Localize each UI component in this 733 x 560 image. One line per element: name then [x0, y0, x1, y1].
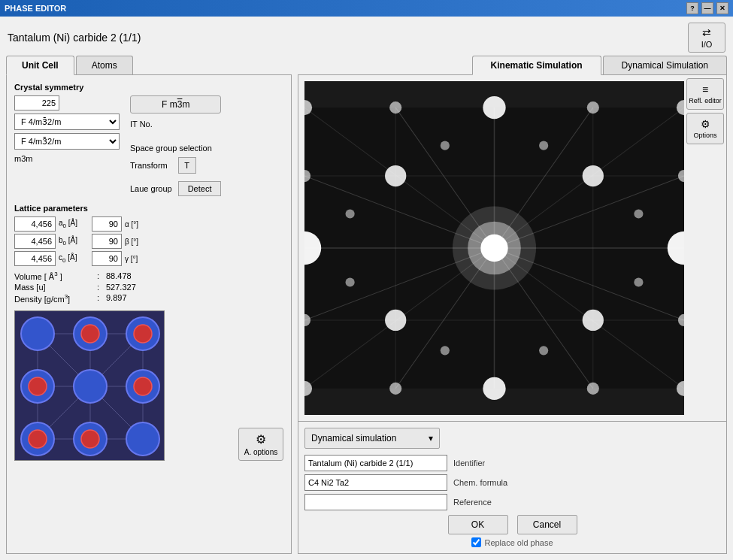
- svg-point-72: [441, 141, 450, 150]
- chem-formula-input[interactable]: [304, 474, 447, 491]
- a-options-icon: ⚙: [256, 432, 266, 446]
- svg-point-54: [385, 310, 406, 331]
- tab-dynamical[interactable]: Dynamical Simulation: [603, 56, 727, 74]
- svg-point-52: [385, 165, 406, 186]
- lat-a-input[interactable]: [14, 216, 56, 232]
- mass-label: Mass [u]: [14, 283, 97, 292]
- dropdown-chevron-icon: ▾: [429, 433, 433, 443]
- detect-button[interactable]: Detect: [178, 181, 222, 196]
- lat-gamma-label: γ [°]: [125, 255, 146, 263]
- identifier-row: Identifier: [304, 455, 513, 471]
- window-title-row: Tantalum (Ni) carbide 2 (1/1) ⇄ I/O: [0, 17, 733, 56]
- tab-atoms[interactable]: Atoms: [76, 56, 133, 74]
- svg-point-67: [587, 383, 599, 395]
- tab-kinematic[interactable]: Kinematic Simulation: [472, 56, 601, 75]
- lat-c-input[interactable]: [14, 251, 56, 266]
- svg-point-51: [483, 377, 505, 400]
- chem-formula-row: Chem. formula: [304, 474, 513, 491]
- svg-point-22: [29, 377, 47, 395]
- svg-point-69: [634, 209, 643, 218]
- lat-a-label: a0 [Å]: [59, 219, 89, 229]
- svg-point-26: [29, 430, 47, 448]
- sim-image: [304, 81, 684, 415]
- sym-button[interactable]: F m3m: [130, 95, 221, 114]
- reference-row: Reference: [304, 494, 513, 510]
- close-button[interactable]: ✕: [716, 2, 728, 14]
- options-button[interactable]: ⚙ Options: [686, 113, 724, 144]
- lat-gamma-input[interactable]: [92, 251, 122, 266]
- content-area: Unit Cell Atoms Crystal symmetry F 4/m3̄…: [0, 56, 733, 560]
- svg-point-75: [539, 346, 548, 355]
- app-title: PHASE EDITOR: [5, 4, 66, 13]
- right-panel: Kinematic Simulation Dynamical Simulatio…: [298, 56, 727, 554]
- dyn-sim-dropdown[interactable]: Dynamical simulation ▾: [304, 428, 440, 449]
- help-button[interactable]: ?: [686, 2, 698, 14]
- cancel-button[interactable]: Cancel: [517, 515, 577, 534]
- lat-beta-input[interactable]: [92, 234, 122, 249]
- svg-point-73: [539, 141, 548, 150]
- svg-point-23: [134, 377, 152, 395]
- crystal-image: [14, 310, 165, 461]
- replace-checkbox[interactable]: [471, 537, 481, 547]
- laue-value: m3m: [14, 154, 120, 163]
- bottom-controls: Dynamical simulation ▾ Identifier Chem. …: [298, 422, 727, 554]
- svg-point-17: [74, 370, 107, 403]
- ok-button[interactable]: OK: [448, 515, 508, 534]
- volume-label: Volume [ Å3 ]: [14, 271, 97, 281]
- transform-row: Transform T: [130, 157, 221, 174]
- space-group-dropdown-1[interactable]: F 4/m3̄2/m: [14, 114, 120, 130]
- lattice-section: Lattice parameters a0 [Å] α [°] b0 [Å] β…: [14, 204, 283, 266]
- svg-point-70: [346, 277, 355, 286]
- replace-label: Replace old phase: [484, 538, 553, 547]
- lat-b-input[interactable]: [14, 234, 56, 249]
- lat-b-label: b0 [Å]: [59, 236, 89, 247]
- svg-point-47: [453, 206, 536, 289]
- left-tab-bar: Unit Cell Atoms: [6, 56, 292, 75]
- action-row: OK Cancel: [304, 515, 720, 534]
- dyn-sim-row: Dynamical simulation ▾: [304, 428, 720, 449]
- sim-area: ≡ Refl. editor ⚙ Options: [298, 75, 727, 422]
- density-row: Density [g/cm3] : 9.897: [14, 293, 283, 304]
- right-tab-bar: Kinematic Simulation Dynamical Simulatio…: [298, 56, 727, 75]
- identifier-label: Identifier: [453, 459, 513, 468]
- refl-editor-button[interactable]: ≡ Refl. editor: [686, 78, 724, 110]
- svg-point-25: [81, 430, 99, 448]
- svg-point-74: [441, 346, 450, 355]
- svg-point-24: [81, 325, 99, 343]
- lattice-row-c: c0 [Å] γ [°]: [14, 251, 283, 266]
- identifier-input[interactable]: [304, 455, 447, 471]
- minimize-button[interactable]: —: [701, 2, 713, 14]
- replace-row: Replace old phase: [304, 537, 720, 547]
- space-group-dropdown-2[interactable]: F 4/m3̄2/m: [14, 133, 120, 150]
- mass-row: Mass [u] : 527.327: [14, 283, 283, 292]
- svg-point-50: [483, 96, 505, 119]
- laue-label: Laue group: [130, 184, 172, 193]
- transform-label: Transform: [130, 161, 168, 170]
- volume-row: Volume [ Å3 ] : 88.478: [14, 271, 283, 281]
- io-arrows-icon: ⇄: [702, 26, 711, 38]
- window-title: Tantalum (Ni) carbide 2 (1/1): [8, 32, 141, 44]
- svg-point-66: [389, 383, 401, 395]
- density-label: Density [g/cm3]: [14, 293, 97, 304]
- lattice-row-a: a0 [Å] α [°]: [14, 216, 283, 232]
- svg-point-64: [389, 101, 401, 114]
- options-icon: ⚙: [701, 118, 710, 130]
- reference-input[interactable]: [304, 494, 447, 510]
- it-no-input[interactable]: [14, 95, 59, 110]
- bottom-row: ⚙ A. options: [14, 304, 283, 461]
- tab-unit-cell[interactable]: Unit Cell: [6, 56, 74, 75]
- transform-t-button[interactable]: T: [178, 157, 196, 174]
- vmd-section: Volume [ Å3 ] : 88.478 Mass [u] : 527.32…: [14, 271, 283, 303]
- reference-label: Reference: [453, 498, 513, 507]
- lattice-label: Lattice parameters: [14, 204, 283, 213]
- lat-beta-label: β [°]: [125, 238, 146, 246]
- svg-point-55: [583, 310, 604, 331]
- left-content: Crystal symmetry F 4/m3̄2/m F 4/m3̄2/m m…: [6, 75, 292, 554]
- density-value: 9.897: [106, 293, 127, 302]
- fields-left: Identifier Chem. formula Reference: [304, 455, 513, 510]
- left-panel: Unit Cell Atoms Crystal symmetry F 4/m3̄…: [6, 56, 292, 554]
- a-options-button[interactable]: ⚙ A. options: [238, 428, 283, 461]
- lat-c-label: c0 [Å]: [59, 253, 89, 264]
- io-button[interactable]: ⇄ I/O: [688, 23, 725, 53]
- lat-alpha-input[interactable]: [92, 216, 122, 232]
